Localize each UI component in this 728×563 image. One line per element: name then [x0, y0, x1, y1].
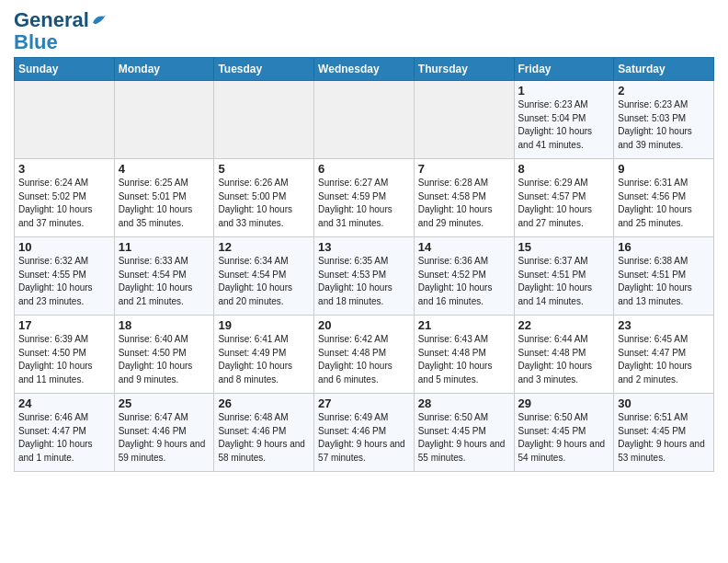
- day-number: 18: [119, 318, 210, 332]
- calendar-cell: [214, 81, 314, 159]
- day-number: 28: [418, 396, 510, 410]
- day-number: 6: [318, 162, 410, 176]
- calendar-cell: 29Sunrise: 6:50 AM Sunset: 4:45 PM Dayli…: [514, 394, 614, 472]
- day-number: 16: [618, 240, 710, 254]
- day-info: Sunrise: 6:48 AM Sunset: 4:46 PM Dayligh…: [218, 411, 310, 465]
- day-number: 25: [119, 396, 210, 410]
- day-number: 12: [218, 240, 310, 254]
- week-row-5: 24Sunrise: 6:46 AM Sunset: 4:47 PM Dayli…: [15, 394, 714, 472]
- calendar-cell: 23Sunrise: 6:45 AM Sunset: 4:47 PM Dayli…: [614, 316, 714, 394]
- calendar-cell: 4Sunrise: 6:25 AM Sunset: 5:01 PM Daylig…: [114, 159, 214, 237]
- day-info: Sunrise: 6:41 AM Sunset: 4:49 PM Dayligh…: [218, 333, 310, 386]
- day-info: Sunrise: 6:45 AM Sunset: 4:47 PM Dayligh…: [618, 333, 710, 386]
- day-number: 15: [518, 240, 610, 254]
- day-info: Sunrise: 6:23 AM Sunset: 5:04 PM Dayligh…: [518, 98, 610, 152]
- calendar-cell: 24Sunrise: 6:46 AM Sunset: 4:47 PM Dayli…: [15, 394, 115, 472]
- calendar-cell: 11Sunrise: 6:33 AM Sunset: 4:54 PM Dayli…: [114, 237, 214, 316]
- day-info: Sunrise: 6:44 AM Sunset: 4:48 PM Dayligh…: [518, 333, 610, 386]
- day-number: 29: [518, 396, 610, 410]
- day-info: Sunrise: 6:46 AM Sunset: 4:47 PM Dayligh…: [18, 411, 110, 465]
- day-number: 1: [518, 84, 610, 98]
- calendar-cell: [414, 81, 514, 159]
- calendar-cell: 14Sunrise: 6:36 AM Sunset: 4:52 PM Dayli…: [414, 237, 514, 316]
- day-info: Sunrise: 6:24 AM Sunset: 5:02 PM Dayligh…: [18, 177, 110, 230]
- day-number: 21: [418, 318, 510, 332]
- calendar-cell: 22Sunrise: 6:44 AM Sunset: 4:48 PM Dayli…: [514, 316, 614, 394]
- day-number: 2: [618, 84, 710, 98]
- day-info: Sunrise: 6:28 AM Sunset: 4:58 PM Dayligh…: [418, 177, 510, 230]
- calendar-cell: 1Sunrise: 6:23 AM Sunset: 5:04 PM Daylig…: [514, 81, 614, 159]
- week-row-4: 17Sunrise: 6:39 AM Sunset: 4:50 PM Dayli…: [15, 316, 714, 394]
- day-number: 26: [218, 396, 310, 410]
- calendar-cell: 28Sunrise: 6:50 AM Sunset: 4:45 PM Dayli…: [414, 394, 514, 472]
- weekday-header-tuesday: Tuesday: [214, 58, 314, 81]
- calendar-cell: 17Sunrise: 6:39 AM Sunset: 4:50 PM Dayli…: [15, 316, 115, 394]
- weekday-header-saturday: Saturday: [614, 58, 714, 81]
- calendar-cell: [114, 81, 214, 159]
- day-info: Sunrise: 6:47 AM Sunset: 4:46 PM Dayligh…: [119, 411, 210, 465]
- calendar-cell: 5Sunrise: 6:26 AM Sunset: 5:00 PM Daylig…: [214, 159, 314, 237]
- header: General Blue: [14, 9, 714, 53]
- logo-bird-icon: [90, 12, 107, 29]
- calendar-cell: 26Sunrise: 6:48 AM Sunset: 4:46 PM Dayli…: [214, 394, 314, 472]
- calendar-cell: 8Sunrise: 6:29 AM Sunset: 4:57 PM Daylig…: [514, 159, 614, 237]
- weekday-header-sunday: Sunday: [15, 58, 115, 81]
- calendar-cell: 18Sunrise: 6:40 AM Sunset: 4:50 PM Dayli…: [114, 316, 214, 394]
- day-number: 20: [318, 318, 410, 332]
- day-number: 11: [119, 240, 210, 254]
- day-number: 27: [318, 396, 410, 410]
- day-info: Sunrise: 6:29 AM Sunset: 4:57 PM Dayligh…: [518, 177, 610, 230]
- day-info: Sunrise: 6:27 AM Sunset: 4:59 PM Dayligh…: [318, 177, 410, 230]
- calendar-cell: 6Sunrise: 6:27 AM Sunset: 4:59 PM Daylig…: [314, 159, 415, 237]
- calendar-cell: 19Sunrise: 6:41 AM Sunset: 4:49 PM Dayli…: [214, 316, 314, 394]
- day-info: Sunrise: 6:50 AM Sunset: 4:45 PM Dayligh…: [518, 411, 610, 465]
- day-number: 19: [218, 318, 310, 332]
- week-row-3: 10Sunrise: 6:32 AM Sunset: 4:55 PM Dayli…: [15, 237, 714, 316]
- weekday-header-wednesday: Wednesday: [314, 58, 415, 81]
- day-number: 3: [18, 162, 110, 176]
- day-number: 9: [618, 162, 710, 176]
- day-number: 17: [18, 318, 110, 332]
- weekday-header-row: SundayMondayTuesdayWednesdayThursdayFrid…: [15, 58, 714, 81]
- calendar-cell: 15Sunrise: 6:37 AM Sunset: 4:51 PM Dayli…: [514, 237, 614, 316]
- day-info: Sunrise: 6:50 AM Sunset: 4:45 PM Dayligh…: [418, 411, 510, 465]
- day-info: Sunrise: 6:23 AM Sunset: 5:03 PM Dayligh…: [618, 98, 710, 152]
- weekday-header-friday: Friday: [514, 58, 614, 81]
- calendar-cell: 3Sunrise: 6:24 AM Sunset: 5:02 PM Daylig…: [15, 159, 115, 237]
- day-info: Sunrise: 6:39 AM Sunset: 4:50 PM Dayligh…: [18, 333, 110, 386]
- day-info: Sunrise: 6:25 AM Sunset: 5:01 PM Dayligh…: [119, 177, 210, 230]
- calendar-cell: 2Sunrise: 6:23 AM Sunset: 5:03 PM Daylig…: [614, 81, 714, 159]
- calendar-cell: 12Sunrise: 6:34 AM Sunset: 4:54 PM Dayli…: [214, 237, 314, 316]
- day-info: Sunrise: 6:33 AM Sunset: 4:54 PM Dayligh…: [119, 255, 210, 308]
- day-number: 14: [418, 240, 510, 254]
- week-row-2: 3Sunrise: 6:24 AM Sunset: 5:02 PM Daylig…: [15, 159, 714, 237]
- day-info: Sunrise: 6:51 AM Sunset: 4:45 PM Dayligh…: [618, 411, 710, 465]
- calendar-cell: [314, 81, 415, 159]
- logo: General Blue: [14, 9, 107, 53]
- calendar-cell: 30Sunrise: 6:51 AM Sunset: 4:45 PM Dayli…: [614, 394, 714, 472]
- calendar-cell: 25Sunrise: 6:47 AM Sunset: 4:46 PM Dayli…: [114, 394, 214, 472]
- day-number: 7: [418, 162, 510, 176]
- day-info: Sunrise: 6:34 AM Sunset: 4:54 PM Dayligh…: [218, 255, 310, 308]
- day-info: Sunrise: 6:40 AM Sunset: 4:50 PM Dayligh…: [119, 333, 210, 386]
- day-number: 10: [18, 240, 110, 254]
- calendar-cell: 20Sunrise: 6:42 AM Sunset: 4:48 PM Dayli…: [314, 316, 415, 394]
- weekday-header-thursday: Thursday: [414, 58, 514, 81]
- calendar-cell: 21Sunrise: 6:43 AM Sunset: 4:48 PM Dayli…: [414, 316, 514, 394]
- calendar-cell: [15, 81, 115, 159]
- weekday-header-monday: Monday: [114, 58, 214, 81]
- calendar-cell: 27Sunrise: 6:49 AM Sunset: 4:46 PM Dayli…: [314, 394, 415, 472]
- calendar-cell: 7Sunrise: 6:28 AM Sunset: 4:58 PM Daylig…: [414, 159, 514, 237]
- day-number: 8: [518, 162, 610, 176]
- day-info: Sunrise: 6:26 AM Sunset: 5:00 PM Dayligh…: [218, 177, 310, 230]
- day-info: Sunrise: 6:37 AM Sunset: 4:51 PM Dayligh…: [518, 255, 610, 308]
- day-number: 4: [119, 162, 210, 176]
- day-number: 30: [618, 396, 710, 410]
- day-number: 5: [218, 162, 310, 176]
- day-info: Sunrise: 6:49 AM Sunset: 4:46 PM Dayligh…: [318, 411, 410, 465]
- calendar-cell: 13Sunrise: 6:35 AM Sunset: 4:53 PM Dayli…: [314, 237, 415, 316]
- day-info: Sunrise: 6:31 AM Sunset: 4:56 PM Dayligh…: [618, 177, 710, 230]
- calendar-cell: 9Sunrise: 6:31 AM Sunset: 4:56 PM Daylig…: [614, 159, 714, 237]
- day-number: 24: [18, 396, 110, 410]
- logo-text-blue: Blue: [14, 31, 107, 53]
